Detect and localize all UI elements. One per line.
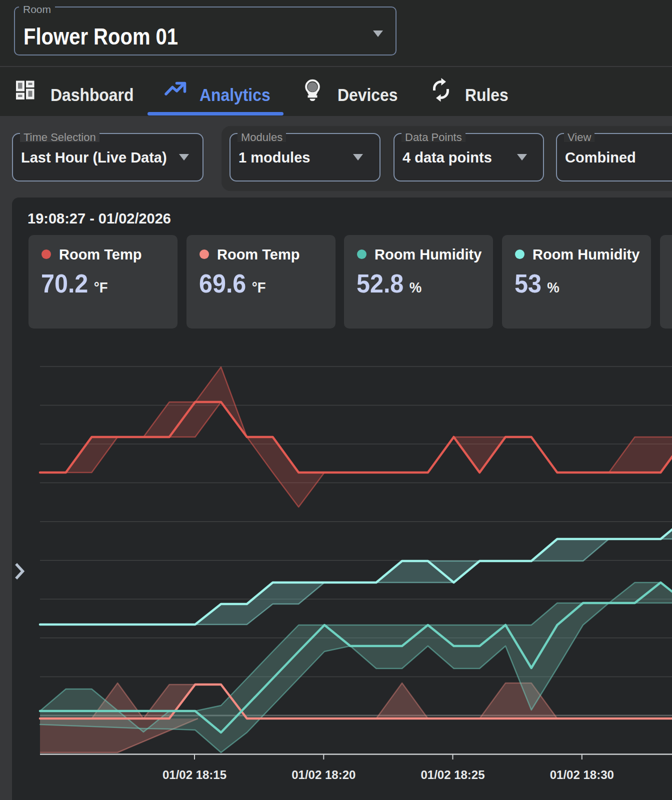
svg-text:01/02 18:20: 01/02 18:20: [292, 768, 356, 782]
svg-text:01/02 18:25: 01/02 18:25: [420, 768, 484, 782]
svg-text:01/02 18:15: 01/02 18:15: [162, 768, 226, 782]
svg-text:01/02 18:30: 01/02 18:30: [550, 768, 614, 782]
